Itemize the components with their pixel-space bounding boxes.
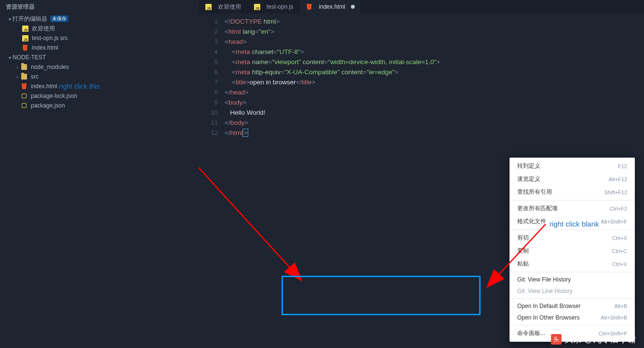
- inline-annotation: right click this: [59, 82, 100, 90]
- open-editors-label: 打开的编辑器: [13, 15, 47, 23]
- ctx-shortcut: Shift+F12: [604, 189, 627, 195]
- context-menu-item[interactable]: 格式化文件Alt+Shift+F: [510, 215, 635, 228]
- file-tree-label: package-lock.json: [31, 93, 77, 99]
- context-menu-item[interactable]: 速览定义Alt+F12: [510, 173, 635, 186]
- code-line[interactable]: <meta name="viewport" content="width=dev…: [225, 57, 440, 67]
- ctx-label: 更改所有匹配项: [517, 204, 558, 213]
- code-area[interactable]: 123456789101112 <!DOCTYPE html><html lan…: [199, 13, 644, 138]
- tab-label: test-opn.js: [267, 3, 293, 10]
- ctx-shortcut: Alt+Shift+F: [601, 219, 627, 225]
- ctx-shortcut: Ctrl+V: [612, 261, 627, 267]
- tab-bar: 欢迎使用test-opn.jsindex.html: [199, 0, 644, 13]
- ctx-shortcut: F12: [618, 163, 627, 169]
- file-tree-item[interactable]: package-lock.json: [2, 91, 199, 101]
- workspace-name: NODE-TEST: [13, 54, 46, 61]
- code-line[interactable]: <meta charset="UTF-8">: [225, 47, 440, 57]
- context-menu-item[interactable]: 复制Ctrl+C: [510, 244, 635, 257]
- html5-icon: [305, 3, 313, 11]
- ctx-label: 复制: [517, 247, 529, 255]
- code-line[interactable]: <title>open in browser</title>: [225, 77, 440, 87]
- file-tree-label: node_modules: [31, 64, 69, 70]
- line-gutter: 123456789101112: [199, 16, 225, 138]
- ctx-label: Git: View File History: [517, 276, 571, 283]
- editor-pane: 欢迎使用test-opn.jsindex.html 12345678910111…: [199, 0, 644, 348]
- code-line[interactable]: Hello World!: [225, 107, 440, 118]
- open-editors-header[interactable]: ▾ 打开的编辑器 未保存: [2, 14, 199, 24]
- tab-label: index.html: [319, 3, 345, 10]
- context-menu-item[interactable]: 粘贴Ctrl+V: [510, 257, 635, 270]
- ctx-label: 查找所有引用: [517, 188, 552, 196]
- ctx-label: 粘贴: [517, 260, 529, 268]
- js-icon: [21, 25, 29, 32]
- open-editor-label: index.html: [32, 44, 58, 51]
- editor-tab[interactable]: index.html: [299, 0, 361, 13]
- code-lines[interactable]: <!DOCTYPE html><html lang="en"><head> <m…: [225, 16, 440, 138]
- open-editor-item[interactable]: 欢迎使用: [2, 24, 199, 33]
- open-editor-item[interactable]: test-opn.js src: [2, 33, 199, 43]
- watermark: 头 头条 @九零后小谢: [551, 334, 636, 345]
- code-line[interactable]: <html lang="en">: [225, 27, 440, 37]
- context-menu-item[interactable]: 查找所有引用Shift+F12: [510, 186, 635, 199]
- context-menu: 转到定义F12速览定义Alt+F12查找所有引用Shift+F12更改所有匹配项…: [510, 158, 635, 342]
- tab-label: 欢迎使用: [218, 3, 241, 11]
- editor-tab[interactable]: 欢迎使用: [199, 0, 247, 13]
- file-tree-item[interactable]: package.json: [2, 101, 199, 110]
- code-line[interactable]: </html>: [225, 128, 440, 138]
- ctx-label: 格式化文件: [517, 217, 546, 226]
- json-icon: [20, 102, 28, 109]
- open-editor-label: 欢迎使用: [32, 25, 55, 33]
- ctx-label: 转到定义: [517, 162, 540, 170]
- context-menu-separator: [510, 200, 635, 201]
- editor-tab[interactable]: test-opn.js: [247, 0, 299, 13]
- code-line[interactable]: <head>: [225, 37, 440, 47]
- chevron-right-icon: ›: [14, 65, 20, 70]
- context-menu-item[interactable]: 转到定义F12: [510, 160, 635, 173]
- context-menu-item[interactable]: 更改所有匹配项Ctrl+F2: [510, 202, 635, 215]
- context-menu-separator: [510, 298, 635, 299]
- code-line[interactable]: </head>: [225, 87, 440, 97]
- html5-icon: [20, 82, 28, 90]
- chevron-right-icon: ›: [14, 74, 20, 80]
- explorer-title: 资源管理器: [0, 0, 199, 14]
- code-line[interactable]: <!DOCTYPE html>: [225, 16, 440, 27]
- file-tree-item[interactable]: ›src: [2, 72, 199, 81]
- json-icon: [20, 92, 28, 100]
- ctx-label: 速览定义: [517, 175, 540, 183]
- ctx-label: Open In Other Browsers: [517, 314, 579, 321]
- file-tree-label: index.html: [31, 83, 57, 90]
- context-menu-separator: [510, 229, 635, 230]
- chevron-down-icon: ▾: [7, 16, 13, 22]
- ctx-label: Git: View Line History: [517, 288, 573, 294]
- folder-icon: [20, 73, 28, 80]
- file-tree-item[interactable]: index.html right click this: [2, 81, 199, 91]
- explorer-sidebar: 资源管理器 ▾ 打开的编辑器 未保存 欢迎使用test-opn.js srcin…: [0, 0, 199, 348]
- unsaved-badge: 未保存: [50, 15, 68, 22]
- ctx-label: Open In Default Browser: [517, 303, 580, 309]
- code-line[interactable]: <meta http-equiv="X-UA-Compatible" conte…: [225, 67, 440, 77]
- watermark-logo: 头: [551, 334, 562, 345]
- dirty-indicator-icon: [351, 5, 355, 9]
- context-menu-item: Git: View Line History: [510, 285, 635, 297]
- context-menu-item[interactable]: Git: View File History: [510, 274, 635, 285]
- js-icon: [204, 3, 212, 11]
- context-menu-separator: [510, 272, 635, 272]
- open-editor-label: test-opn.js src: [32, 35, 68, 41]
- file-tree-label: src: [31, 73, 39, 80]
- ctx-shortcut: Ctrl+C: [612, 248, 627, 254]
- ctx-shortcut: Alt+F12: [609, 176, 627, 182]
- workspace-header[interactable]: ▾ NODE-TEST: [2, 53, 199, 62]
- context-menu-item[interactable]: Open In Other BrowsersAlt+Shift+B: [510, 312, 635, 323]
- ctx-shortcut: Ctrl+X: [612, 235, 627, 241]
- ctx-label: 命令面板...: [517, 329, 545, 337]
- html5-icon: [21, 44, 29, 52]
- code-line[interactable]: <body>: [225, 97, 440, 107]
- context-menu-item[interactable]: Open In Default BrowserAlt+B: [510, 300, 635, 312]
- file-tree-item[interactable]: ›node_modules: [2, 62, 199, 72]
- code-line[interactable]: </body>: [225, 118, 440, 128]
- ctx-shortcut: Alt+Shift+B: [601, 315, 627, 321]
- open-editor-item[interactable]: index.html: [2, 43, 199, 53]
- file-tree-label: package.json: [31, 102, 65, 109]
- context-menu-item[interactable]: 剪切Ctrl+X: [510, 231, 635, 244]
- context-menu-separator: [510, 325, 635, 325]
- chevron-down-icon: ▾: [7, 55, 13, 60]
